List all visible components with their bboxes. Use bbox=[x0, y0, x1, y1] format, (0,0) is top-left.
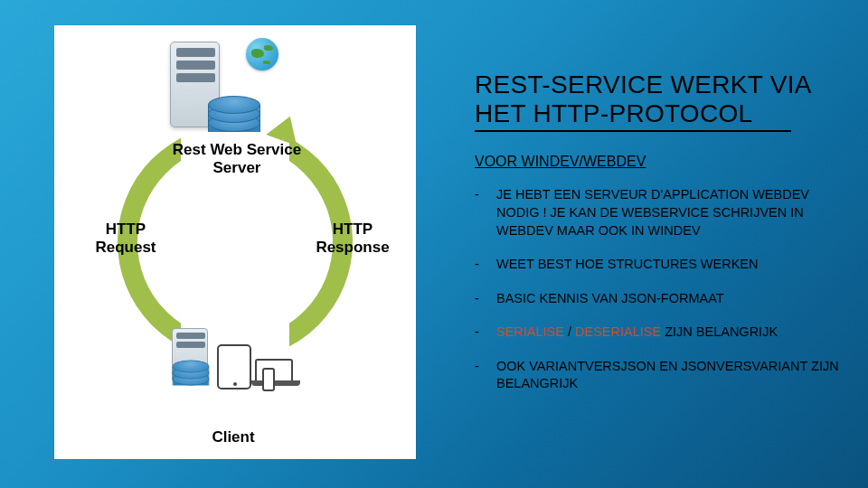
client-label: Client bbox=[197, 428, 269, 446]
title-underline bbox=[475, 130, 791, 132]
list-item: - SERIALISE / DESERIALISE ZIJN BELANGRIJ… bbox=[475, 324, 841, 342]
deserialise-keyword: DESERIALISE bbox=[575, 324, 661, 339]
server-label: Rest Web Service Server bbox=[146, 141, 327, 176]
response-label: HTTP Response bbox=[307, 221, 398, 256]
database-icon bbox=[208, 96, 260, 141]
slide-subtitle: VOOR WINDEV/WEBDEV bbox=[475, 154, 841, 170]
globe-icon bbox=[246, 38, 278, 70]
client-database-icon bbox=[173, 361, 210, 392]
slide-title: REST-SERVICE WERKT VIA HET HTTP-PROTOCOL bbox=[475, 70, 841, 128]
bullet-list: - JE HEBT EEN SERVEUR D'APPLICATION WEBD… bbox=[475, 186, 841, 393]
request-label: HTTP Request bbox=[85, 221, 166, 256]
text-panel: REST-SERVICE WERKT VIA HET HTTP-PROTOCOL… bbox=[425, 0, 868, 488]
serialise-keyword: SERIALISE bbox=[496, 324, 564, 339]
client-icon bbox=[172, 328, 208, 382]
diagram-panel: Rest Web Service Server HTTP Request HTT… bbox=[0, 0, 425, 488]
list-item: - OOK VARIANTVERSJSON EN JSONVERSVARIANT… bbox=[475, 358, 841, 393]
phone-icon bbox=[262, 368, 275, 391]
list-item: - BASIC KENNIS VAN JSON-FORMAAT bbox=[475, 290, 841, 308]
server-icon bbox=[170, 42, 220, 127]
rest-diagram: Rest Web Service Server HTTP Request HTT… bbox=[54, 25, 416, 459]
slide: Rest Web Service Server HTTP Request HTT… bbox=[0, 0, 868, 488]
list-item: - WEET BEST HOE STRUCTURES WERKEN bbox=[475, 256, 841, 274]
list-item: - JE HEBT EEN SERVEUR D'APPLICATION WEBD… bbox=[475, 186, 841, 239]
tablet-icon bbox=[217, 344, 251, 389]
